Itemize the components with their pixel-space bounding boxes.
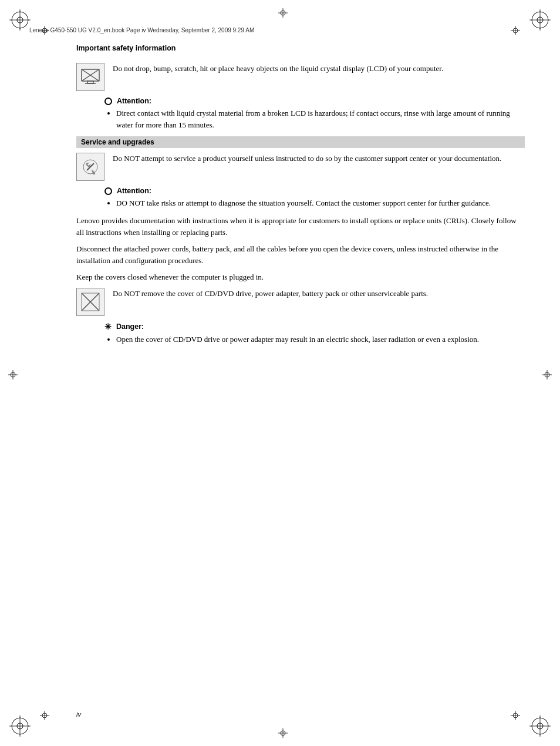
- lcd-icon-row: Do not drop, bump, scratch, hit or place…: [76, 63, 525, 91]
- corner-mark-bl: [8, 714, 32, 738]
- service-attention-block: Attention: DO NOT take risks or attempt …: [104, 187, 525, 209]
- cross-top-center: [278, 8, 288, 18]
- corner-mark-br: [528, 714, 552, 738]
- service-body-2: Disconnect the attached power cords, bat…: [76, 243, 525, 267]
- danger-list: Open the cover of CD/DVD drive or power …: [116, 334, 525, 345]
- service-icon-row: Do NOT attempt to service a product your…: [76, 153, 525, 181]
- cross-bottom-left: [40, 711, 49, 720]
- lcd-text: Do not drop, bump, scratch, hit or place…: [113, 63, 525, 75]
- danger-item-1: Open the cover of CD/DVD drive or power …: [116, 334, 525, 345]
- service-body-1: Lenovo provides documentation with instr…: [76, 215, 525, 238]
- main-content: Important safety information Do not drop…: [76, 44, 525, 699]
- danger-title: ✳ Danger:: [104, 322, 525, 331]
- cddvd-icon: [76, 288, 104, 316]
- cross-mid-right: [542, 370, 552, 379]
- section-title: Important safety information: [76, 44, 525, 52]
- service-attention-title: Attention:: [104, 187, 525, 195]
- header-bar: Lenovo G450-550 UG V2.0_en.book Page iv …: [29, 25, 531, 35]
- lcd-icon: [76, 63, 104, 91]
- cross-mid-left: [8, 370, 18, 379]
- cddvd-icon-row: Do NOT remove the cover of CD/DVD drive,…: [76, 288, 525, 316]
- lcd-attention-list: Direct contact with liquid crystal mater…: [116, 107, 525, 130]
- service-attention-list: DO NOT take risks or attempt to diagnose…: [116, 197, 525, 209]
- corner-mark-tl: [8, 8, 32, 32]
- lcd-section: Do not drop, bump, scratch, hit or place…: [76, 63, 525, 130]
- cross-bottom-right: [511, 711, 520, 720]
- corner-mark-tr: [528, 8, 552, 32]
- service-body-3: Keep the covers closed whenever the comp…: [76, 271, 525, 283]
- service-attention-item-1: DO NOT take risks or attempt to diagnose…: [116, 197, 525, 209]
- service-text: Do NOT attempt to service a product your…: [113, 153, 525, 164]
- page-number: iv: [76, 711, 81, 718]
- danger-block: ✳ Danger: Open the cover of CD/DVD drive…: [104, 322, 525, 345]
- lcd-attention-item-1: Direct contact with liquid crystal mater…: [116, 107, 525, 130]
- lcd-attention-block: Attention: Direct contact with liquid cr…: [104, 97, 525, 130]
- lcd-attention-title: Attention:: [104, 97, 525, 105]
- service-icon: [76, 153, 104, 181]
- header-text: Lenovo G450-550 UG V2.0_en.book Page iv …: [29, 27, 254, 33]
- service-section: Service and upgrades Do NOT attempt to s…: [76, 136, 525, 345]
- cross-bottom-center: [278, 728, 288, 738]
- service-header: Service and upgrades: [76, 136, 525, 148]
- cddvd-text: Do NOT remove the cover of CD/DVD drive,…: [113, 288, 525, 300]
